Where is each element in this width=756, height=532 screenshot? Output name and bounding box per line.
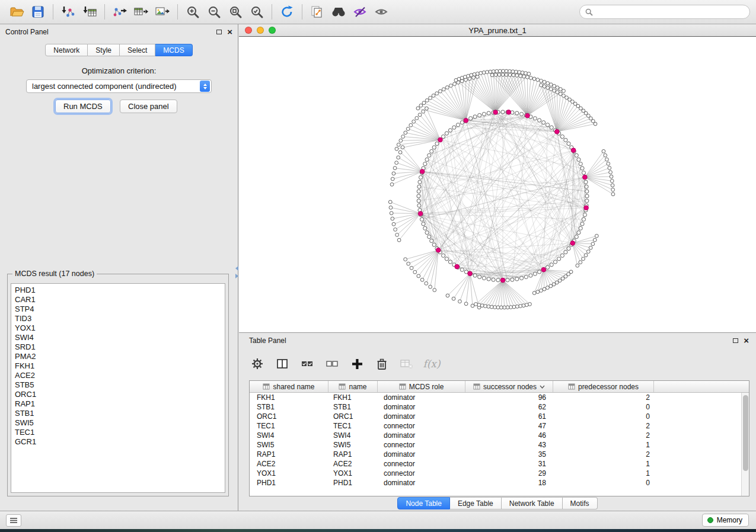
expand-right-icon[interactable] [235,274,238,278]
table-row[interactable]: FKH1FKH1dominator962 [250,393,741,402]
export-network-button[interactable] [109,2,130,21]
zoom-fit-button[interactable] [225,2,246,21]
tab-node-table[interactable]: Node Table [397,497,450,509]
mcds-result-item[interactable]: STB5 [15,380,221,390]
scrollbar-thumb[interactable] [743,395,748,471]
mcds-result-item[interactable]: CAR1 [15,295,221,305]
column-header-label: name [349,383,366,391]
tab-mcds[interactable]: MCDS [155,44,192,56]
table-row[interactable]: STB1STB1dominator620 [250,402,741,412]
search-input[interactable] [596,8,744,16]
criterion-dropdown[interactable]: largest connected component (undirected) [26,79,212,93]
float-panel-button[interactable] [216,30,222,34]
mcds-result-item[interactable]: STB1 [15,409,221,418]
mcds-result-item[interactable]: PMA2 [15,352,221,361]
close-table-panel-button[interactable]: × [744,338,749,344]
create-column-button[interactable] [349,355,365,372]
delete-column-button[interactable] [374,355,390,372]
column-header-predecessor-nodes[interactable]: predecessor nodes [553,381,654,392]
network-window-titlebar[interactable]: YPA_prune.txt_1 [239,24,756,37]
close-panel-button[interactable]: Close panel [120,100,177,113]
zoom-in-button[interactable] [182,2,203,21]
table-row[interactable]: SWI5SWI5connector431 [250,440,741,450]
control-panel-title: Control Panel [5,28,216,36]
mcds-result-item[interactable]: TID3 [15,314,221,323]
zoom-in-icon [186,5,200,19]
table-row[interactable]: PHD1PHD1dominator180 [250,478,741,488]
mcds-result-item[interactable]: FKH1 [15,361,221,371]
table-row[interactable]: RAP1RAP1dominator352 [250,450,741,459]
column-header-successor-nodes[interactable]: successor nodes [465,381,553,392]
hide-graphics-details-button[interactable] [371,2,392,21]
save-session-button[interactable] [27,2,49,21]
table-body[interactable]: FKH1FKH1dominator962STB1STB1dominator620… [250,393,741,496]
mcds-result-item[interactable]: SWI5 [15,418,221,428]
column-header-name[interactable]: name [328,381,378,392]
table-cell: 0 [553,479,654,487]
apply-layout-button[interactable] [276,2,298,21]
export-table-button[interactable] [130,2,152,21]
mcds-result-list[interactable]: PHD1CAR1STP4TID3YOX1SWI4SRD1PMA2FKH1ACE2… [11,283,225,493]
table-row[interactable]: ORC1ORC1dominator610 [250,412,741,421]
mcds-result-item[interactable]: STP4 [15,305,221,314]
search-box[interactable] [579,5,750,19]
export-image-button[interactable] [152,2,173,21]
list-icon [9,517,18,524]
unselect-all-button[interactable] [324,355,340,372]
tab-style[interactable]: Style [88,44,120,56]
table-cell: ACE2 [328,460,378,468]
table-cell: TEC1 [328,422,378,430]
collapse-left-icon[interactable] [235,266,238,271]
float-table-panel-button[interactable] [733,338,738,343]
tab-motifs[interactable]: Motifs [563,497,598,509]
open-folder-icon [9,5,24,19]
tab-network[interactable]: Network [45,44,88,56]
toggle-panels-button[interactable] [6,514,21,527]
open-session-button[interactable] [6,2,27,21]
select-all-button[interactable] [299,355,315,372]
table-cell: 1 [553,469,654,477]
tab-select[interactable]: Select [120,44,155,56]
memory-button[interactable]: Memory [702,514,749,527]
column-type-icon [263,383,270,390]
clone-network-button[interactable] [307,2,328,21]
table-row[interactable]: YOX1YOX1connector291 [250,469,741,478]
columns-icon [276,357,289,370]
mcds-result-item[interactable]: SWI4 [15,333,221,342]
zoom-selected-button[interactable] [246,2,267,21]
tab-edge-table[interactable]: Edge Table [450,497,502,509]
mcds-result-item[interactable]: ORC1 [15,390,221,399]
optimization-criterion-label: Optimization criterion: [0,66,238,75]
network-canvas[interactable] [239,37,756,332]
import-network-button[interactable] [58,2,79,21]
column-header-label: shared name [273,383,314,391]
mcds-result-item[interactable]: GCR1 [15,437,221,447]
table-cell: 61 [465,412,553,421]
tab-network-table[interactable]: Network Table [502,497,563,509]
mcds-result-item[interactable]: TEC1 [15,428,221,437]
close-panel-button[interactable]: × [227,29,232,35]
mcds-result-item[interactable]: ACE2 [15,371,221,380]
table-cell: SWI5 [328,441,378,449]
zoom-out-button[interactable] [203,2,225,21]
column-header-mcds-role[interactable]: MCDS role [378,381,465,392]
table-settings-button[interactable] [249,355,266,372]
search-network-button[interactable] [328,2,349,21]
network-graph[interactable] [239,37,756,332]
table-row[interactable]: TEC1TEC1connector472 [250,421,741,431]
show-columns-button[interactable] [274,355,291,372]
mcds-result-item[interactable]: PHD1 [15,286,221,295]
show-graphics-details-button[interactable] [349,2,371,21]
mcds-result-item[interactable]: YOX1 [15,323,221,333]
table-scrollbar[interactable] [741,393,749,496]
table-cell: connector [378,460,465,468]
mcds-result-item[interactable]: SRD1 [15,342,221,352]
table-row[interactable]: SWI4SWI4dominator462 [250,431,741,440]
zoom-out-icon [207,5,221,19]
run-mcds-button[interactable]: Run MCDS [55,100,111,113]
mcds-result-item[interactable]: RAP1 [15,399,221,409]
column-header-shared-name[interactable]: shared name [250,381,328,392]
toolbar-divider [53,4,53,20]
import-table-button[interactable] [79,2,100,21]
table-row[interactable]: ACE2ACE2connector311 [250,459,741,469]
